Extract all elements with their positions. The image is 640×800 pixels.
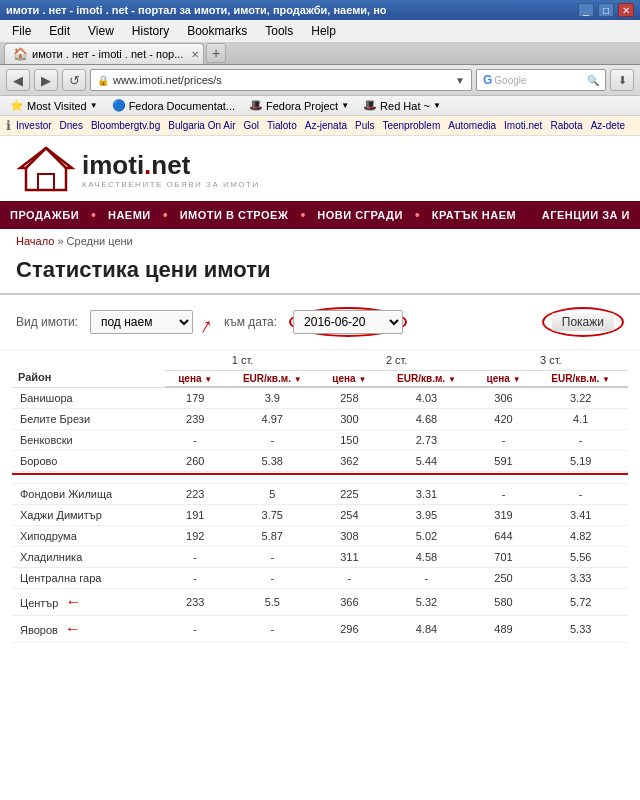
- breadcrumb-current: Средни цени: [67, 235, 133, 247]
- svg-rect-1: [38, 174, 54, 190]
- link-azjenata[interactable]: Az-jenata: [302, 120, 350, 131]
- cell-c3: 319: [474, 504, 534, 525]
- bookmark-fedora-docs[interactable]: 🔵 Fedora Documentat...: [108, 98, 239, 113]
- col-price-2[interactable]: цена ▼: [320, 371, 380, 388]
- nav-stroej[interactable]: ИМОТИ В СТРОЕЖ: [170, 201, 299, 229]
- table-row: Център ←2335.53665.325805.72: [12, 588, 628, 615]
- menu-tools[interactable]: Tools: [257, 22, 301, 40]
- bookmark-fedora-docs-label: Fedora Documentat...: [129, 100, 235, 112]
- date-circle-annotation: 2016-06-20: [289, 307, 407, 337]
- link-teenproblem[interactable]: Teenproblem: [379, 120, 443, 131]
- link-tialoto[interactable]: Tialoto: [264, 120, 300, 131]
- cell-district: Център ←: [12, 588, 165, 615]
- cell-e1: -: [225, 567, 320, 588]
- cell-c1: 191: [165, 504, 225, 525]
- download-button[interactable]: ⬇: [610, 69, 634, 91]
- cell-c1: 223: [165, 483, 225, 504]
- cell-c3: 591: [474, 451, 534, 472]
- redhat-icon: 🎩: [363, 99, 377, 112]
- maximize-button[interactable]: □: [598, 3, 614, 17]
- col-eur-2[interactable]: EUR/кв.м. ▼: [379, 371, 474, 388]
- new-tab-button[interactable]: +: [206, 43, 226, 63]
- nav-bullet-1: •: [89, 207, 98, 223]
- browser-tab-active[interactable]: 🏠 имоти . нет - imoti . net - пор... ✕: [4, 43, 204, 64]
- menu-bookmarks[interactable]: Bookmarks: [179, 22, 255, 40]
- logo-subtitle: КАЧЕСТВЕНИТЕ ОБЯВИ ЗА ИМОТИ: [82, 180, 260, 189]
- cell-e3: 3.41: [533, 504, 628, 525]
- cell-c1: -: [165, 567, 225, 588]
- col-price-1[interactable]: цена ▼: [165, 371, 225, 388]
- col-price-3[interactable]: цена ▼: [474, 371, 534, 388]
- col-eur-3[interactable]: EUR/кв.м. ▼: [533, 371, 628, 388]
- menu-view[interactable]: View: [80, 22, 122, 40]
- cell-e3: 3.33: [533, 567, 628, 588]
- link-gol[interactable]: Gol: [241, 120, 263, 131]
- link-investor[interactable]: Investor: [13, 120, 55, 131]
- cell-e1: -: [225, 430, 320, 451]
- breadcrumb-home[interactable]: Начало: [16, 235, 54, 247]
- breadcrumb-separator: »: [57, 235, 63, 247]
- minimize-button[interactable]: _: [578, 3, 594, 17]
- menu-file[interactable]: File: [4, 22, 39, 40]
- cell-district: Банишора: [12, 387, 165, 409]
- back-button[interactable]: ◀: [6, 69, 30, 91]
- cell-e2: 5.44: [379, 451, 474, 472]
- table-row: Хиподрума1925.873085.026444.82: [12, 525, 628, 546]
- link-azdete[interactable]: Az-dete: [588, 120, 628, 131]
- address-bar[interactable]: 🔒 www.imoti.net/prices/s ▼: [90, 69, 472, 91]
- cell-c2: 225: [320, 483, 380, 504]
- filter-vid-container: под наем продажби: [90, 310, 193, 334]
- cell-e2: 3.31: [379, 483, 474, 504]
- window-title: имоти . нет - imoti . net - портал за им…: [6, 4, 578, 16]
- cell-c1: 239: [165, 409, 225, 430]
- search-submit-icon[interactable]: 🔍: [587, 75, 599, 86]
- cell-e1: 5.87: [225, 525, 320, 546]
- link-dnes[interactable]: Dnes: [57, 120, 86, 131]
- cell-c1: 233: [165, 588, 225, 615]
- pokaji-container: Покажи: [542, 307, 624, 337]
- col-district: Район: [12, 350, 165, 387]
- logo-text-area: imoti.net КАЧЕСТВЕНИТЕ ОБЯВИ ЗА ИМОТИ: [82, 152, 260, 189]
- link-imotinet[interactable]: Imoti.net: [501, 120, 545, 131]
- cell-e2: 5.02: [379, 525, 474, 546]
- bookmark-fedora-project-label: Fedora Project: [266, 100, 338, 112]
- reload-button[interactable]: ↺: [62, 69, 86, 91]
- menu-history[interactable]: History: [124, 22, 177, 40]
- bookmark-most-visited[interactable]: ⭐ Most Visited ▼: [6, 98, 102, 113]
- table-row-spacer: [12, 474, 628, 484]
- cell-c3: -: [474, 430, 534, 451]
- cell-e3: 3.22: [533, 387, 628, 409]
- search-placeholder: Google: [494, 75, 526, 86]
- forward-button[interactable]: ▶: [34, 69, 58, 91]
- col-eur-1[interactable]: EUR/кв.м. ▼: [225, 371, 320, 388]
- menu-help[interactable]: Help: [303, 22, 344, 40]
- close-button[interactable]: ✕: [618, 3, 634, 17]
- nav-kratak[interactable]: КРАТЪК НАЕМ: [422, 201, 526, 229]
- nav-agencii[interactable]: АГЕНЦИИ ЗА И: [532, 201, 640, 229]
- link-bulgariaonair[interactable]: Bulgaria On Air: [165, 120, 238, 131]
- cell-c3: 644: [474, 525, 534, 546]
- cell-e1: 3.9: [225, 387, 320, 409]
- bookmark-redhat[interactable]: 🎩 Red Hat ~ ▼: [359, 98, 445, 113]
- menu-edit[interactable]: Edit: [41, 22, 78, 40]
- pokaji-button[interactable]: Покажи: [552, 313, 614, 331]
- google-icon: G: [483, 73, 492, 87]
- nav-prodajbi[interactable]: ПРОДАЖБИ: [0, 201, 89, 229]
- col-group-1: 1 ст.: [165, 350, 319, 371]
- link-rabota[interactable]: Rabota: [547, 120, 585, 131]
- nav-novi[interactable]: НОВИ СГРАДИ: [307, 201, 413, 229]
- filter-vid-select[interactable]: под наем продажби: [90, 310, 193, 334]
- link-puls[interactable]: Puls: [352, 120, 377, 131]
- address-dropdown-icon[interactable]: ▼: [455, 75, 465, 86]
- search-bar[interactable]: G Google 🔍: [476, 69, 606, 91]
- bookmark-fedora-project[interactable]: 🎩 Fedora Project ▼: [245, 98, 353, 113]
- link-bloombergtv[interactable]: Bloombergtv.bg: [88, 120, 163, 131]
- tab-close-icon[interactable]: ✕: [191, 49, 199, 60]
- filter-date-select[interactable]: 2016-06-20: [293, 310, 403, 334]
- cell-e3: 4.1: [533, 409, 628, 430]
- cell-c1: -: [165, 546, 225, 567]
- window-titlebar: имоти . нет - imoti . net - портал за им…: [0, 0, 640, 20]
- link-automedia[interactable]: Automedia: [445, 120, 499, 131]
- nav-naemi[interactable]: НАЕМИ: [98, 201, 161, 229]
- browser-toolbar: ◀ ▶ ↺ 🔒 www.imoti.net/prices/s ▼ G Googl…: [0, 65, 640, 96]
